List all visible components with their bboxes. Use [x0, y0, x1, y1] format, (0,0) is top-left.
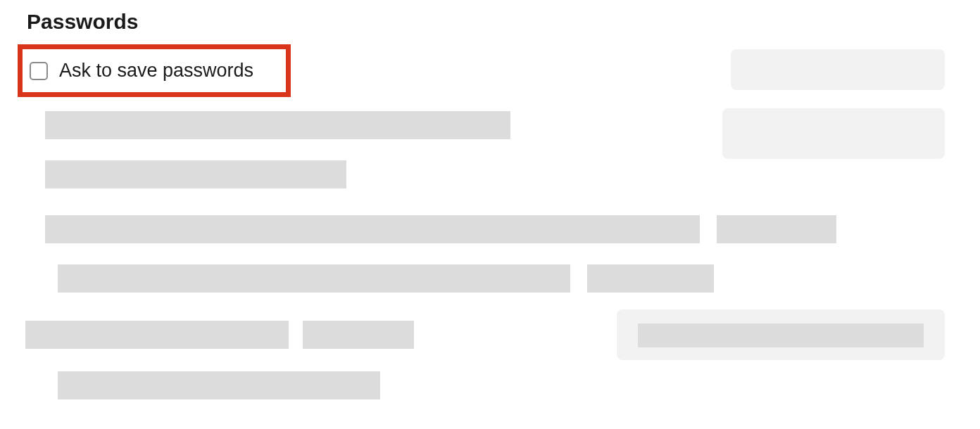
- skeleton-bar: [303, 321, 414, 349]
- skeleton-bar: [45, 160, 346, 188]
- skeleton-bar: [638, 324, 924, 347]
- skeleton-panel: [731, 49, 945, 90]
- skeleton-bar: [45, 215, 700, 243]
- skeleton-bar: [58, 264, 570, 293]
- ask-to-save-label: Ask to save passwords: [59, 60, 253, 82]
- skeleton-bar: [58, 371, 380, 399]
- skeleton-bar: [587, 264, 714, 293]
- passwords-section-title: Passwords: [27, 10, 138, 34]
- ask-to-save-highlight: Ask to save passwords: [18, 44, 291, 97]
- skeleton-bar: [717, 215, 836, 243]
- ask-to-save-checkbox[interactable]: [30, 62, 48, 80]
- skeleton-bar: [45, 111, 510, 139]
- skeleton-bar: [25, 321, 289, 349]
- skeleton-panel: [722, 108, 945, 159]
